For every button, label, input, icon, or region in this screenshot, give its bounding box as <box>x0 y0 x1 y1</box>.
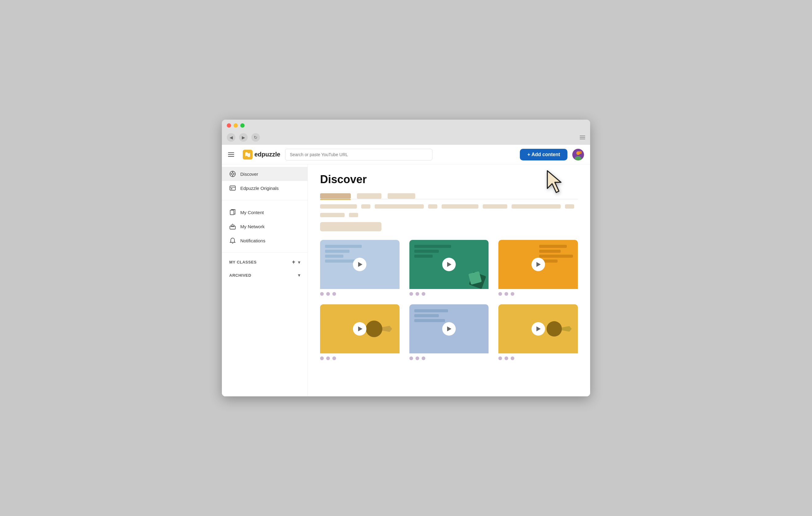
sidebar-item-my-content-label: My Content <box>240 210 264 215</box>
card-dots-4 <box>320 354 400 361</box>
filter-2 <box>361 204 370 209</box>
sidebar-divider-1 <box>222 200 308 200</box>
browser-menu-icon[interactable] <box>580 135 585 139</box>
video-thumbnail-4 <box>320 304 400 354</box>
thumb-lines-5 <box>414 309 448 322</box>
sidebar-content-section: My Content My Network <box>222 203 308 250</box>
card-dots-5 <box>409 354 489 361</box>
thumb-lines-3 <box>539 245 573 263</box>
sidebar-item-edpuzzle-originals[interactable]: Edpuzzle Originals <box>222 181 308 195</box>
card-dots-6 <box>498 354 578 361</box>
chevron-down-icon[interactable]: ▾ <box>298 260 300 265</box>
browser-toolbar: ◀ ▶ ↻ <box>227 131 585 145</box>
svg-rect-14 <box>230 210 234 215</box>
refresh-button[interactable]: ↻ <box>251 133 260 142</box>
video-thumbnail-2 <box>409 240 489 289</box>
browser-chrome: ◀ ▶ ↻ <box>222 120 590 145</box>
video-card-1[interactable] <box>320 240 400 297</box>
thumb-lines-2 <box>414 245 451 258</box>
video-card-6[interactable] <box>498 304 578 361</box>
hamburger-button[interactable] <box>228 150 238 159</box>
discover-icon <box>229 171 236 177</box>
browser-window: ◀ ▶ ↻ edpuzzle + Add content <box>222 120 590 396</box>
my-classes-expand[interactable]: + ▾ <box>292 259 300 265</box>
top-bar: edpuzzle + Add content <box>222 145 590 164</box>
filter-10 <box>349 213 358 217</box>
skeleton-block <box>320 222 381 231</box>
video-card-4[interactable] <box>320 304 400 361</box>
my-classes-label: MY CLASSES <box>229 260 257 265</box>
video-thumbnail-3 <box>498 240 578 289</box>
video-grid-row1 <box>320 240 578 297</box>
sidebar-item-my-network[interactable]: My Network <box>222 219 308 234</box>
play-button-6[interactable] <box>531 322 545 336</box>
search-input[interactable] <box>285 149 432 160</box>
tab-3[interactable] <box>387 193 415 199</box>
filter-3 <box>375 204 424 209</box>
sidebar-item-notifications[interactable]: Notifications <box>222 234 308 248</box>
svg-rect-16 <box>231 225 234 227</box>
play-button-1[interactable] <box>353 258 367 271</box>
sidebar-divider-2 <box>222 252 308 253</box>
sidebar-item-discover-label: Discover <box>240 172 258 177</box>
logo[interactable]: edpuzzle <box>243 150 280 159</box>
svg-rect-11 <box>230 186 235 190</box>
my-content-icon <box>229 209 236 216</box>
originals-icon <box>229 185 236 191</box>
svg-point-4 <box>579 151 582 154</box>
video-card-2[interactable] <box>409 240 489 297</box>
archived-expand[interactable]: ▾ <box>298 273 300 278</box>
video-thumbnail-5 <box>409 304 489 354</box>
filter-9 <box>320 213 345 217</box>
play-button-3[interactable] <box>531 258 545 271</box>
close-button[interactable] <box>227 123 231 128</box>
play-button-5[interactable] <box>442 322 456 336</box>
filter-6 <box>483 204 507 209</box>
filter-7 <box>512 204 561 209</box>
tabs-row <box>320 193 578 200</box>
archived-label: ARCHIVED <box>229 273 251 278</box>
sidebar-item-my-content[interactable]: My Content <box>222 205 308 219</box>
play-button-4[interactable] <box>353 322 367 336</box>
my-network-icon <box>229 223 236 230</box>
filter-5 <box>442 204 478 209</box>
card-dots-3 <box>498 289 578 297</box>
svg-point-6 <box>232 173 234 175</box>
mascot-4 <box>366 321 392 337</box>
sidebar-item-notifications-label: Notifications <box>240 238 265 243</box>
sidebar: Discover Edpuzzle Originals <box>222 145 308 396</box>
video-grid-row2 <box>320 304 578 361</box>
sidebar-item-my-network-label: My Network <box>240 224 264 229</box>
sidebar-archived[interactable]: ARCHIVED ▾ <box>222 269 308 281</box>
maximize-button[interactable] <box>240 123 244 128</box>
minimize-button[interactable] <box>234 123 238 128</box>
tab-2[interactable] <box>357 193 381 199</box>
mascot-6 <box>547 321 572 337</box>
svg-rect-13 <box>231 188 232 189</box>
avatar-icon <box>572 149 584 160</box>
notifications-icon <box>229 237 236 244</box>
card-dots-1 <box>320 289 400 297</box>
logo-icon <box>243 150 253 159</box>
sidebar-my-classes[interactable]: MY CLASSES + ▾ <box>222 255 308 269</box>
add-class-icon[interactable]: + <box>292 259 295 265</box>
card-dots-2 <box>409 289 489 297</box>
play-button-2[interactable] <box>442 258 456 271</box>
logo-text: edpuzzle <box>254 151 280 158</box>
traffic-lights <box>227 123 585 128</box>
forward-button[interactable]: ▶ <box>239 133 248 142</box>
sidebar-nav-section: Discover Edpuzzle Originals <box>222 164 308 198</box>
add-content-button[interactable]: + Add content <box>520 149 568 160</box>
sidebar-item-discover[interactable]: Discover <box>222 167 308 181</box>
filter-4 <box>428 204 437 209</box>
avatar[interactable] <box>572 149 584 160</box>
filter-row <box>320 204 578 217</box>
main-content: Discover <box>308 145 590 396</box>
tab-active[interactable] <box>320 193 351 199</box>
app-content: edpuzzle + Add content <box>222 145 590 396</box>
back-button[interactable]: ◀ <box>227 133 235 142</box>
archived-chevron-icon[interactable]: ▾ <box>298 273 300 278</box>
video-card-5[interactable] <box>409 304 489 361</box>
video-card-3[interactable] <box>498 240 578 297</box>
page-title: Discover <box>320 173 578 186</box>
